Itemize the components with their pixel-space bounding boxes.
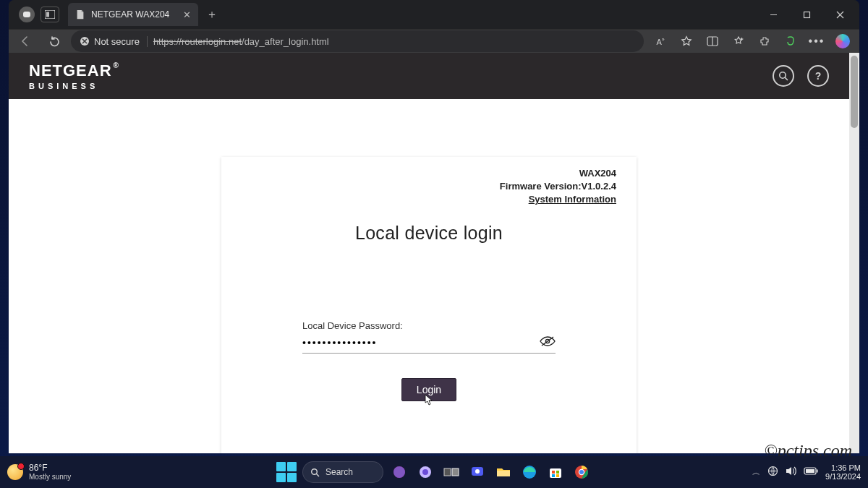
weather-condition: Mostly sunny xyxy=(29,473,71,481)
copilot-button[interactable] xyxy=(830,30,855,53)
taskbar-file-explorer[interactable] xyxy=(493,462,514,482)
workspaces-icon xyxy=(45,10,55,19)
svg-rect-1 xyxy=(46,12,49,17)
not-secure-icon xyxy=(80,36,90,46)
browser-tab[interactable]: NETGEAR WAX204 ✕ xyxy=(68,3,198,26)
svg-rect-29 xyxy=(550,468,561,478)
copilot-icon xyxy=(835,34,850,48)
page-content: WAX204 Firmware Version:V1.0.2.4 System … xyxy=(9,99,849,453)
model-text: WAX204 xyxy=(242,167,616,180)
windows-taskbar: 86°F Mostly sunny Search ︿ xyxy=(0,456,868,488)
clock-time: 1:36 PM xyxy=(825,463,861,472)
start-button[interactable] xyxy=(276,462,297,482)
card-title: Local device login xyxy=(242,223,616,244)
scrollbar-thumb[interactable] xyxy=(851,56,858,128)
titlebar: NETGEAR WAX204 ✕ ＋ xyxy=(9,0,859,29)
svg-rect-33 xyxy=(556,474,559,477)
netgear-logo: NETGEAR® BUSINESS xyxy=(29,61,119,90)
svg-rect-30 xyxy=(552,471,555,474)
back-button[interactable] xyxy=(13,30,38,53)
favorite-button[interactable] xyxy=(674,30,699,53)
login-form: Local Device Password: Login xyxy=(302,320,556,401)
taskbar-chat[interactable] xyxy=(467,462,488,482)
system-information-link[interactable]: System Information xyxy=(529,194,616,205)
page-viewport: NETGEAR® BUSINESS ? WAX204 Firm xyxy=(9,53,859,453)
tray-volume-icon[interactable] xyxy=(786,466,796,478)
password-label: Local Device Password: xyxy=(302,320,556,331)
workspaces-button[interactable] xyxy=(41,7,59,22)
svg-point-26 xyxy=(475,469,480,474)
svg-rect-3 xyxy=(804,12,809,17)
favorites-bar-button[interactable] xyxy=(726,30,751,53)
svg-line-18 xyxy=(317,474,320,476)
password-input[interactable] xyxy=(302,337,540,348)
search-icon xyxy=(310,468,320,477)
help-icon: ? xyxy=(815,70,822,82)
device-meta: WAX204 Firmware Version:V1.0.2.4 System … xyxy=(242,167,616,207)
window-controls xyxy=(757,0,856,29)
new-tab-button[interactable]: ＋ xyxy=(203,5,221,24)
svg-rect-39 xyxy=(806,469,814,473)
login-button[interactable]: Login xyxy=(401,378,456,401)
minimize-button[interactable] xyxy=(757,0,790,29)
profile-button[interactable] xyxy=(19,7,35,22)
close-tab-icon[interactable]: ✕ xyxy=(183,9,191,20)
svg-rect-40 xyxy=(817,470,818,473)
taskbar-task-view[interactable] xyxy=(441,462,461,482)
tray-chevron-up-icon[interactable]: ︿ xyxy=(752,467,760,478)
taskbar-app-1[interactable] xyxy=(389,462,409,482)
svg-point-17 xyxy=(312,468,318,474)
weather-widget[interactable]: 86°F Mostly sunny xyxy=(7,463,71,481)
subbrand-text: BUSINESS xyxy=(29,82,119,90)
header-help-button[interactable]: ? xyxy=(807,65,829,87)
system-tray: ︿ 1:36 PM 9/13/2024 xyxy=(752,463,861,481)
read-aloud-button[interactable]: A» xyxy=(648,30,673,53)
svg-rect-31 xyxy=(556,471,559,474)
login-card: WAX204 Firmware Version:V1.0.2.4 System … xyxy=(221,157,637,453)
svg-point-20 xyxy=(393,466,405,478)
weather-icon xyxy=(7,464,23,480)
evernote-extension-icon[interactable] xyxy=(778,30,803,53)
browser-toolbar: Not secure https://routerlogin.net/day_a… xyxy=(9,29,859,53)
svg-rect-24 xyxy=(452,468,459,476)
page-icon xyxy=(75,9,85,20)
tray-network-icon[interactable] xyxy=(767,466,778,479)
taskbar-edge[interactable] xyxy=(519,462,540,482)
close-window-button[interactable] xyxy=(823,0,856,29)
taskbar-ms-store[interactable] xyxy=(545,462,566,482)
svg-rect-27 xyxy=(497,471,510,476)
cursor-icon xyxy=(425,394,433,408)
taskbar-app-2[interactable] xyxy=(415,462,435,482)
address-bar[interactable]: Not secure https://routerlogin.net/day_a… xyxy=(71,30,644,52)
netgear-header: NETGEAR® BUSINESS ? xyxy=(9,53,849,99)
tray-clock[interactable]: 1:36 PM 9/13/2024 xyxy=(825,463,861,481)
url-text: https://routerlogin.net/day_after_login.… xyxy=(153,36,329,47)
header-search-button[interactable] xyxy=(773,65,794,87)
tray-battery-icon[interactable] xyxy=(804,467,818,477)
svg-point-22 xyxy=(422,469,428,475)
taskbar-search[interactable]: Search xyxy=(302,461,383,483)
split-screen-button[interactable] xyxy=(700,30,725,53)
toggle-password-visibility[interactable] xyxy=(540,335,556,350)
security-label: Not secure xyxy=(94,36,140,47)
brand-text: NETGEAR xyxy=(29,61,112,80)
svg-line-14 xyxy=(785,77,787,80)
more-menu-button[interactable]: ••• xyxy=(804,30,829,53)
svg-point-36 xyxy=(579,470,584,474)
refresh-button[interactable] xyxy=(42,30,67,53)
maximize-button[interactable] xyxy=(790,0,823,29)
firmware-text: Firmware Version:V1.0.2.4 xyxy=(242,180,616,193)
security-indicator[interactable]: Not secure xyxy=(80,36,148,47)
taskbar-chrome[interactable] xyxy=(571,462,592,482)
svg-rect-32 xyxy=(552,474,555,477)
svg-rect-23 xyxy=(444,468,451,476)
clock-date: 9/13/2024 xyxy=(825,472,861,481)
browser-window: NETGEAR WAX204 ✕ ＋ Not secure https://ro… xyxy=(9,0,859,453)
search-placeholder: Search xyxy=(326,467,353,477)
search-icon xyxy=(778,71,788,81)
weather-temp: 86°F xyxy=(29,463,71,473)
vertical-scrollbar[interactable] xyxy=(849,53,859,453)
extensions-button[interactable] xyxy=(752,30,777,53)
eye-icon xyxy=(540,335,556,347)
tab-title: NETGEAR WAX204 xyxy=(91,9,177,20)
